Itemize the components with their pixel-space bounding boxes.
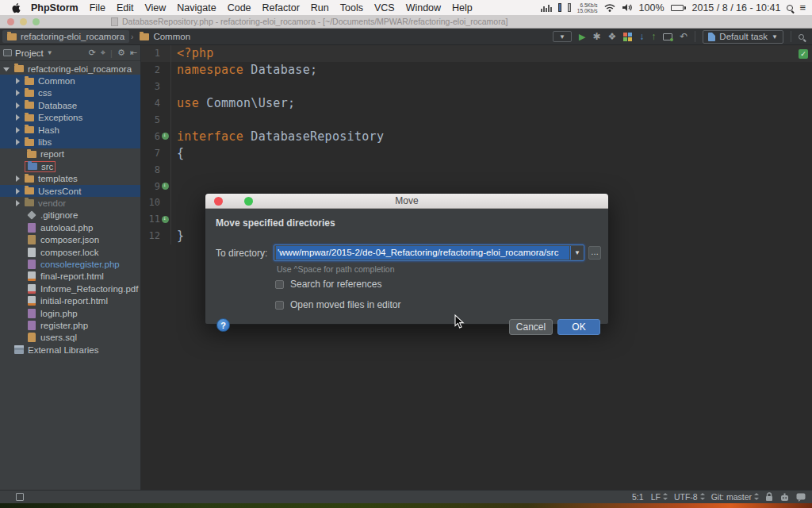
tree-item-external-libraries[interactable]: External Libraries xyxy=(0,344,140,356)
editor-gutter[interactable]: 8 xyxy=(141,161,171,178)
encoding-widget[interactable]: UTF-8 xyxy=(674,492,704,502)
menu-tools[interactable]: Tools xyxy=(340,2,363,13)
notification-center-icon[interactable]: ≡ xyxy=(799,2,806,13)
lock-icon[interactable] xyxy=(765,492,773,502)
caret-position[interactable]: 5:1 xyxy=(632,492,644,502)
search-for-references-row[interactable]: Search for references xyxy=(275,279,381,290)
editor-gutter[interactable]: 12 xyxy=(141,228,171,244)
tree-item-consoleregister-php[interactable]: consoleregister.php xyxy=(0,258,140,270)
tree-item-users-sql[interactable]: users.sql xyxy=(0,332,140,344)
tree-item-initial-report-html[interactable]: initial-report.html xyxy=(0,294,140,306)
event-log-bubble-icon[interactable] xyxy=(796,493,806,502)
network-speed[interactable]: 6.5Kb/s 15.0Kb/s xyxy=(577,2,598,13)
toggle-toolwindows-icon[interactable] xyxy=(16,493,24,501)
tree-item-final-report-html[interactable]: final-report.html xyxy=(0,271,140,283)
spotlight-search-icon[interactable] xyxy=(787,5,793,11)
combo-dropdown-icon[interactable]: ▼ xyxy=(570,246,584,260)
vcs-commit-icon[interactable]: ↑ xyxy=(651,32,656,41)
editor-gutter[interactable]: 2 xyxy=(141,62,171,79)
tree-item-register-php[interactable]: register.php xyxy=(0,319,140,331)
search-everywhere-icon[interactable] xyxy=(799,34,804,40)
tree-item-refactoring-eloi-rocamora[interactable]: refactoring-eloi_rocamora xyxy=(0,63,140,75)
tree-item-composer-lock[interactable]: composer.lock xyxy=(0,246,140,258)
window-title-bar[interactable]: DatabaseRepository.php - refactoring-elo… xyxy=(0,15,812,29)
battery-icon[interactable] xyxy=(671,5,686,11)
chevron-down-icon[interactable]: ▼ xyxy=(47,49,53,56)
dialog-title-bar[interactable]: Move xyxy=(205,194,608,209)
menu-file[interactable]: File xyxy=(90,2,105,13)
editor-gutter[interactable]: 10 xyxy=(141,194,171,211)
breadcrumb-project[interactable]: refactoring-eloi_rocamora xyxy=(2,30,129,43)
tree-item-login-php[interactable]: login.php xyxy=(0,307,140,319)
editor-line-4[interactable]: 4use Common\User; xyxy=(141,95,812,112)
project-panel-title[interactable]: Project xyxy=(15,48,44,58)
open-moved-files-row[interactable]: Open moved files in editor xyxy=(275,299,400,310)
tree-item-libs[interactable]: libs xyxy=(0,136,140,148)
implemented-marker-icon[interactable] xyxy=(162,133,169,140)
app-menu-phpstorm[interactable]: PhpStorm xyxy=(31,2,79,13)
close-window-button[interactable] xyxy=(7,18,14,25)
tree-expand-icon[interactable] xyxy=(16,188,20,194)
tree-item--gitignore[interactable]: .gitignore xyxy=(0,210,140,221)
hide-panel-icon[interactable]: ⇤ xyxy=(130,48,137,58)
browse-button[interactable]: … xyxy=(588,246,601,260)
editor-line-1[interactable]: 1<?php xyxy=(141,45,812,62)
editor-line-8[interactable]: 8 xyxy=(141,161,812,178)
tree-item-src[interactable]: src xyxy=(0,160,140,172)
tree-expand-icon[interactable] xyxy=(16,139,20,145)
tree-expand-icon[interactable] xyxy=(16,78,20,84)
menu-navigate[interactable]: Navigate xyxy=(177,2,216,13)
tree-item-database[interactable]: Database xyxy=(0,99,140,111)
tree-item-css[interactable]: css xyxy=(0,87,140,99)
rollback-icon[interactable]: ↶ xyxy=(680,32,688,41)
tree-item-templates[interactable]: templates xyxy=(0,173,140,185)
editor-line-6[interactable]: 6interface DatabaseRepository xyxy=(141,128,812,144)
tree-expand-icon[interactable] xyxy=(16,127,20,133)
tree-expand-icon[interactable] xyxy=(16,114,20,121)
implemented-marker-icon[interactable] xyxy=(162,183,169,190)
coverage-icon[interactable]: ✱ xyxy=(592,32,600,41)
tree-item-vendor[interactable]: vendor xyxy=(0,197,140,209)
menu-view[interactable]: View xyxy=(144,2,166,13)
apple-menu-icon[interactable] xyxy=(11,2,23,13)
vcs-update-icon[interactable]: ↓ xyxy=(639,32,644,41)
tree-expand-icon[interactable] xyxy=(16,200,20,206)
settings-icon[interactable] xyxy=(623,33,632,41)
tree-item-informe-refactoring-pdf[interactable]: Informe_Refactoring.pdf xyxy=(0,283,140,294)
sync-icon[interactable]: ⟳ xyxy=(89,48,96,58)
menu-bar-clock[interactable]: 2015 / 8 / 16 - 10:41 xyxy=(692,2,781,13)
editor-line-7[interactable]: 7{ xyxy=(141,144,812,161)
editor-gutter[interactable]: 9 xyxy=(141,178,171,194)
menu-edit[interactable]: Edit xyxy=(117,2,134,13)
editor-gutter[interactable]: 11 xyxy=(141,211,171,228)
ok-button[interactable]: OK xyxy=(557,319,600,335)
inspection-status-icon[interactable]: ✓ xyxy=(799,49,808,59)
editor-line-2[interactable]: 2namespace Database; xyxy=(141,62,812,79)
editor-gutter[interactable]: 3 xyxy=(141,79,171,95)
line-ending-widget[interactable]: LF xyxy=(651,492,667,502)
tree-item-composer-json[interactable]: composer.json xyxy=(0,233,140,245)
breadcrumb-common[interactable]: Common xyxy=(135,30,195,43)
profiler-icon[interactable]: ❖ xyxy=(608,32,617,41)
help-button[interactable]: ? xyxy=(216,318,230,332)
editor-line-3[interactable]: 3 xyxy=(141,79,812,95)
tree-item-report[interactable]: report xyxy=(0,148,140,160)
gear-icon[interactable]: ⚙ xyxy=(117,48,125,58)
tree-item-common[interactable]: Common xyxy=(0,75,140,87)
to-directory-value[interactable]: 'www/mpwar/2015-2/de-04_Refactoring/refa… xyxy=(276,246,569,260)
search-for-references-checkbox[interactable] xyxy=(275,280,284,289)
tree-expand-icon[interactable] xyxy=(16,90,20,96)
menu-run[interactable]: Run xyxy=(311,2,329,13)
cpu-graph-icon[interactable] xyxy=(541,4,552,12)
minimize-window-button[interactable] xyxy=(20,18,27,25)
tree-item-exceptions[interactable]: Exceptions xyxy=(0,112,140,124)
tree-expand-icon[interactable] xyxy=(16,175,20,182)
editor-line-5[interactable]: 5 xyxy=(141,112,812,129)
cancel-button[interactable]: Cancel xyxy=(509,319,553,335)
locate-icon[interactable]: ⌖ xyxy=(101,48,105,58)
menu-window[interactable]: Window xyxy=(406,2,441,13)
volume-icon[interactable] xyxy=(622,3,633,12)
implemented-marker-icon[interactable] xyxy=(162,216,169,223)
memory-icon[interactable] xyxy=(558,3,561,12)
to-directory-combobox[interactable]: 'www/mpwar/2015-2/de-04_Refactoring/refa… xyxy=(274,244,584,261)
